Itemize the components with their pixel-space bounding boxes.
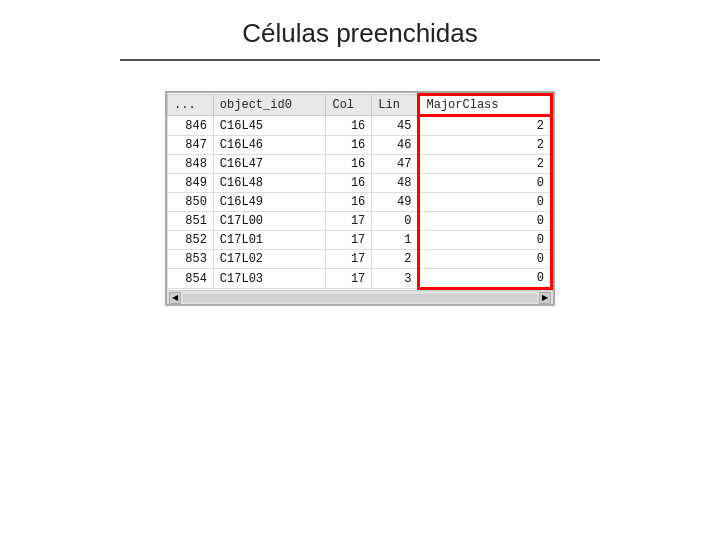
col-header-major: MajorClass	[419, 95, 552, 116]
cell-col: 16	[326, 155, 372, 174]
cell-lin: 49	[372, 193, 419, 212]
cell-lin: 0	[372, 212, 419, 231]
cell-major: 0	[419, 212, 552, 231]
horizontal-scrollbar[interactable]: ◀ ▶	[167, 290, 553, 304]
table-row: 849C16L4816480	[168, 174, 552, 193]
table-row: 852C17L011710	[168, 231, 552, 250]
cell-major: 2	[419, 136, 552, 155]
cell-lin: 2	[372, 250, 419, 269]
scroll-track[interactable]	[183, 294, 537, 302]
cell-oid: C16L47	[213, 155, 326, 174]
cell-lin: 48	[372, 174, 419, 193]
cell-col: 16	[326, 193, 372, 212]
cell-lin: 1	[372, 231, 419, 250]
scroll-left-arrow[interactable]: ◀	[169, 292, 181, 304]
cell-oid: C16L48	[213, 174, 326, 193]
table-row: 854C17L031730	[168, 269, 552, 289]
cell-major: 2	[419, 116, 552, 136]
col-header-oid: object_id0	[213, 95, 326, 116]
cell-col: 17	[326, 212, 372, 231]
cell-major: 0	[419, 231, 552, 250]
table-header-row: ... object_id0 Col Lin MajorClass	[168, 95, 552, 116]
table-inner: ... object_id0 Col Lin MajorClass 846C16…	[167, 93, 553, 290]
cell-lin: 3	[372, 269, 419, 289]
cell-col: 16	[326, 136, 372, 155]
table-row: 846C16L4516452	[168, 116, 552, 136]
cell-oid: C17L02	[213, 250, 326, 269]
col-header-id: ...	[168, 95, 214, 116]
col-header-col: Col	[326, 95, 372, 116]
table-row: 847C16L4616462	[168, 136, 552, 155]
cell-col: 17	[326, 250, 372, 269]
table-wrapper: ... object_id0 Col Lin MajorClass 846C16…	[165, 91, 555, 306]
cell-lin: 45	[372, 116, 419, 136]
cell-oid: C16L45	[213, 116, 326, 136]
cell-id: 854	[168, 269, 214, 289]
cell-lin: 47	[372, 155, 419, 174]
table-row: 848C16L4716472	[168, 155, 552, 174]
cell-id: 852	[168, 231, 214, 250]
table-row: 851C17L001700	[168, 212, 552, 231]
cell-major: 0	[419, 269, 552, 289]
data-table: ... object_id0 Col Lin MajorClass 846C16…	[167, 93, 553, 290]
page-title: Células preenchidas	[120, 0, 600, 61]
cell-oid: C17L01	[213, 231, 326, 250]
cell-major: 0	[419, 193, 552, 212]
cell-col: 16	[326, 174, 372, 193]
cell-major: 0	[419, 174, 552, 193]
cell-oid: C17L03	[213, 269, 326, 289]
cell-id: 846	[168, 116, 214, 136]
cell-major: 0	[419, 250, 552, 269]
scroll-right-arrow[interactable]: ▶	[539, 292, 551, 304]
cell-major: 2	[419, 155, 552, 174]
content-area: ... object_id0 Col Lin MajorClass 846C16…	[0, 91, 720, 306]
cell-oid: C16L46	[213, 136, 326, 155]
cell-id: 850	[168, 193, 214, 212]
table-row: 853C17L021720	[168, 250, 552, 269]
cell-lin: 46	[372, 136, 419, 155]
cell-id: 847	[168, 136, 214, 155]
cell-id: 853	[168, 250, 214, 269]
cell-oid: C16L49	[213, 193, 326, 212]
cell-oid: C17L00	[213, 212, 326, 231]
cell-col: 17	[326, 231, 372, 250]
cell-id: 849	[168, 174, 214, 193]
table-row: 850C16L4916490	[168, 193, 552, 212]
cell-col: 16	[326, 116, 372, 136]
col-header-lin: Lin	[372, 95, 419, 116]
table-body: 846C16L4516452847C16L4616462848C16L47164…	[168, 116, 552, 289]
cell-id: 848	[168, 155, 214, 174]
cell-id: 851	[168, 212, 214, 231]
cell-col: 17	[326, 269, 372, 289]
